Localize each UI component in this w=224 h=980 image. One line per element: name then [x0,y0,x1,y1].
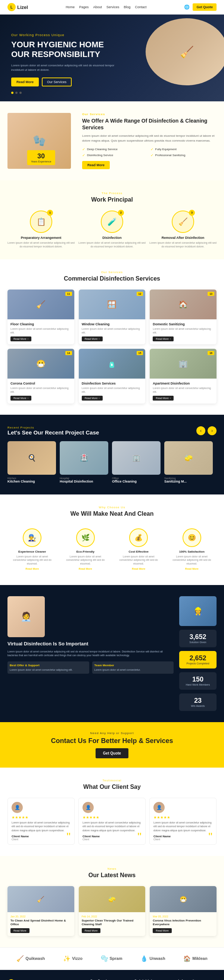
years-label: Years Experience [31,160,51,163]
stat-number-2: 2,652 [183,655,213,662]
brand-name-4: Unwash [149,956,165,961]
projects-section: Recent Projects Let's See Our Recent Pro… [0,415,224,495]
nav-services[interactable]: Services [106,5,120,9]
offer-title-2: Team Member [94,663,172,667]
why-text-3: Lorem ipsum dolor sit amet consectetur a… [118,555,160,566]
step-title-2: Disinfection [78,236,146,240]
testimonial-text-2: Lorem ipsum dolor sit amet consectetur a… [83,821,141,833]
news-btn-1[interactable]: Read More [10,928,29,933]
service-image-1: 🧹 11 [8,290,74,319]
nav-about[interactable]: About [93,5,102,9]
service-title-4: Corona Control [10,382,71,385]
virtual-offer-1: Best Offer & Support Lorem ipsum dolor s… [8,662,89,674]
service-card-6: 🏢 16 Apartment Disinfection Lorem ipsum … [150,349,216,404]
news-image-1: 🧹 [8,886,74,912]
services-grid: 🧹 11 Floor Cleaning Lorem ipsum dolor si… [8,290,216,403]
offer-title-1: Best Offer & Support [10,663,87,667]
dot-inactive-1 [15,92,18,94]
why-link-3[interactable]: Read More [118,568,160,570]
projects-next-button[interactable]: › [208,426,216,435]
why-link-4[interactable]: Read More [171,568,213,570]
step-num-2: 2 [118,210,124,216]
nav-pages[interactable]: Pages [79,5,89,9]
virtual-title: Virtual Disinfection Is So Important [8,641,174,647]
news-image-2: 🧽 [79,886,146,912]
service-tag-1: 11 [66,292,72,296]
logo[interactable]: L Lizel [8,3,28,11]
service-text-1: Lorem ipsum dolor sit amet consectetur a… [10,327,71,335]
process-emoji-2: 🧪 [107,217,117,226]
service-body-5: Disinfection Services Lorem ipsum dolor … [79,379,146,404]
brand-1: 🧹 Quikwash [16,955,45,962]
service-card-2: 🪟 12 Window Cleaning Lorem ipsum dolor s… [79,290,146,344]
nav-blog[interactable]: Blog [123,5,130,9]
project-card-1: 🍳 Kitchen Kitchen Cleaning [8,441,56,483]
stat-label-4: Win Awards [183,705,213,707]
step-num-3: 3 [189,210,195,216]
feature-3: ✓ Disinfecting Service [82,153,149,157]
project-image-1: 🍳 [8,441,56,475]
brand-5: 🏠 Miklean [183,955,207,962]
hero-badge: Our Working Process Unique [11,33,122,37]
service-image-2: 🪟 12 [79,290,146,319]
nav-home[interactable]: Home [66,5,75,9]
virtual-section: 🧑‍💼 Virtual Disinfection Is So Important… [0,585,224,722]
testimonial-title: What Our Client Say [8,784,216,790]
projects-prev-button[interactable]: ‹ [196,426,205,435]
quote-button[interactable]: Get Quote [193,3,216,11]
brand-icon-4: 💧 [140,955,148,962]
stat-1: 3,652 Solution Given [179,630,216,647]
projects-grid: 🍳 Kitchen Kitchen Cleaning 🏥 Hospital Ho… [8,441,216,483]
nav-contact[interactable]: Contact [135,5,146,9]
process-title: Work Principal [8,196,216,203]
cta-button[interactable]: Get Quote [96,748,128,758]
stat-number-3: 150 [183,676,213,682]
service-btn-2[interactable]: Read More › [82,336,103,341]
cta-tag: Need Any Help or Support [11,732,213,735]
stat-number-4: 23 [183,697,213,704]
check-icon-2: ✓ [150,147,154,151]
brand-icon-1: 🧹 [16,955,24,962]
service-btn-4[interactable]: Read More › [10,396,31,401]
virtual-text: Lorem ipsum dolor sit amet consectetur a… [8,650,174,658]
brand-name-5: Miklean [192,956,207,961]
avatar-1: 👤 [11,802,23,813]
news-section: News Our Latest News 🧹 Jan 20, 2022 To C… [0,856,224,947]
service-title-3: Domestic Sanitizing [153,322,214,326]
step-num-1: 1 [47,210,53,216]
news-btn-2[interactable]: Read More [82,928,101,933]
service-btn-5[interactable]: Read More › [82,396,103,401]
cta-title: Contact Us For Better Help & Services [11,737,213,745]
service-text-5: Lorem ipsum dolor sit amet consectetur a… [82,387,142,394]
globe-icon[interactable]: 🌐 [184,5,190,10]
service-btn-6[interactable]: Read More › [153,396,174,401]
hero-buttons: Read More Our Services [11,78,122,86]
news-header: News Our Latest News [8,867,216,879]
service-image-4: 😷 14 [8,349,74,379]
why-link-2[interactable]: Read More [65,568,107,570]
stars-1: ★★★★★ [11,815,70,819]
stat-label-2: Projects Completed [183,662,213,665]
hero-secondary-button[interactable]: Our Services [42,78,72,86]
why-link-1[interactable]: Read More [11,568,53,570]
service-body-2: Window Cleaning Lorem ipsum dolor sit am… [79,319,146,344]
feature-text-1: Deep Cleaning Service [87,148,118,151]
brand-icon-2: ✨ [63,955,70,962]
step-text-1: Lorem ipsum dolor sit amet consectetur a… [8,241,75,248]
news-btn-3[interactable]: Read More [153,928,172,933]
service-text-4: Lorem ipsum dolor sit amet consectetur a… [10,387,71,394]
step-text-2: Lorem ipsum dolor sit amet consectetur a… [78,241,146,248]
projects-header-text: Recent Projects Let's See Our Recent Pro… [8,426,99,436]
hero-primary-button[interactable]: Read More [11,78,39,86]
service-title-1: Floor Cleaning [10,322,71,326]
stat-4: 23 Win Awards [179,694,216,711]
service-title-2: Window Cleaning [82,322,142,326]
hero-text: Lorem ipsum dolor sit amet consectetur a… [11,64,122,72]
service-tag-5: 15 [137,351,143,355]
why-grid: 👨‍🔧 Experience Cleaner Lorem ipsum dolor… [8,525,216,574]
about-content: Our Services We Offer A Wide Range Of Di… [82,113,216,169]
about-read-more-button[interactable]: Read More [82,161,110,169]
service-btn-1[interactable]: Read More › [10,336,31,341]
service-btn-3[interactable]: Read More › [153,336,174,341]
feature-text-2: Fully Equipment [155,148,177,151]
